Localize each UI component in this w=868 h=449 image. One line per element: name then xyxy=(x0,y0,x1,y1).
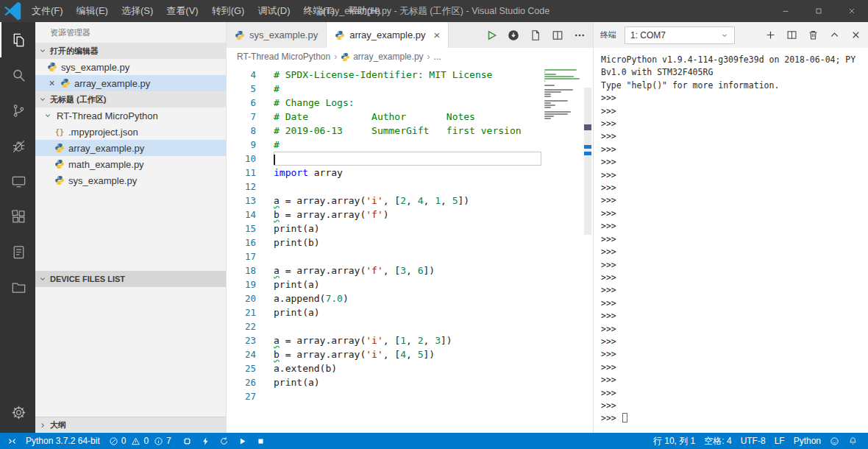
close-icon[interactable]: × xyxy=(47,78,57,88)
tree-folder[interactable]: RT-Thread MicroPython xyxy=(35,107,226,124)
activity-projects-button[interactable] xyxy=(0,269,35,305)
code-line[interactable]: 4# SPDX-License-Identifier: MIT License xyxy=(227,68,541,82)
breadcrumb-item[interactable]: ... xyxy=(434,52,441,62)
tree-item[interactable]: sys_example.py xyxy=(35,172,226,188)
close-panel-button[interactable] xyxy=(850,29,861,41)
remote-indicator[interactable] xyxy=(3,433,21,449)
activity-source-control-button[interactable] xyxy=(0,93,35,128)
line-number[interactable]: 25 xyxy=(227,361,256,375)
menu-item[interactable]: 转到(G) xyxy=(205,0,252,22)
language-mode[interactable]: Python xyxy=(789,433,825,449)
outline-section-header[interactable]: 大纲 xyxy=(35,417,226,433)
device-files-section-header[interactable]: DEVICE FILES LIST xyxy=(35,271,226,287)
code-line[interactable]: 8# 2019-06-13 SummerGift first version xyxy=(227,124,541,138)
code-line[interactable]: 23a = array.array('i', [1, 2, 3]) xyxy=(227,333,541,347)
line-number[interactable]: 5 xyxy=(227,82,256,96)
code-line[interactable]: 9# xyxy=(227,138,541,152)
open-editor-item[interactable]: ×array_example.py xyxy=(35,75,226,91)
close-icon[interactable]: × xyxy=(434,29,441,40)
terminal-output[interactable]: MicroPython v1.9.4-114-g309fe39d on 2018… xyxy=(594,48,868,433)
code-line[interactable]: 27 xyxy=(227,389,541,403)
split-terminal-button[interactable] xyxy=(786,29,797,41)
line-number[interactable]: 9 xyxy=(227,138,256,152)
run-button[interactable] xyxy=(233,433,252,449)
activity-notes-button[interactable] xyxy=(0,234,35,269)
activity-search-button[interactable] xyxy=(0,57,35,93)
line-number[interactable]: 16 xyxy=(227,236,256,250)
close-window-button[interactable] xyxy=(835,0,868,22)
terminal-input-line[interactable]: >>> xyxy=(601,412,861,425)
minimize-button[interactable] xyxy=(769,0,802,22)
python-interpreter[interactable]: Python 3.7.2 64-bit xyxy=(21,433,104,449)
code-line[interactable]: 15print(a) xyxy=(227,222,541,236)
line-number[interactable]: 22 xyxy=(227,319,256,333)
eol[interactable]: LF xyxy=(770,433,789,449)
sync-button[interactable] xyxy=(215,433,233,449)
line-number[interactable]: 27 xyxy=(227,389,256,403)
more-actions-button[interactable] xyxy=(573,29,586,41)
feedback-smiley[interactable] xyxy=(825,433,844,449)
line-number[interactable]: 23 xyxy=(227,333,256,347)
cursor-position[interactable]: 行 10, 列 1 xyxy=(649,433,700,449)
run-python-file-button[interactable] xyxy=(485,29,497,41)
line-number[interactable]: 4 xyxy=(227,68,256,82)
code-line[interactable]: 14b = array.array('f') xyxy=(227,208,541,222)
scrollbar-thumb[interactable] xyxy=(584,88,591,235)
activity-explorer-button[interactable] xyxy=(0,22,35,57)
code-line[interactable]: 22 xyxy=(227,319,541,333)
editor-scrollbar[interactable] xyxy=(583,66,593,433)
terminal-select[interactable]: 1: COM7 xyxy=(625,26,735,44)
kill-terminal-button[interactable] xyxy=(807,29,819,41)
download-to-device-button[interactable] xyxy=(507,29,519,41)
code-line[interactable]: 25a.extend(b) xyxy=(227,361,541,375)
activity-settings-gear-button[interactable] xyxy=(0,395,35,430)
notifications-bell[interactable] xyxy=(844,433,862,449)
code-line[interactable]: 17 xyxy=(227,250,541,264)
menu-item[interactable]: 文件(F) xyxy=(25,0,70,22)
menu-item[interactable]: 调试(D) xyxy=(251,0,296,22)
line-number[interactable]: 18 xyxy=(227,264,256,277)
minimap[interactable] xyxy=(541,69,583,122)
line-number[interactable]: 6 xyxy=(227,96,256,110)
menu-item[interactable]: 编辑(E) xyxy=(70,0,115,22)
terminal-panel-title[interactable]: 终端 xyxy=(600,29,616,40)
code-line[interactable]: 26print(a) xyxy=(227,375,541,389)
line-number[interactable]: 8 xyxy=(227,124,256,138)
new-terminal-button[interactable] xyxy=(764,29,776,41)
line-number[interactable]: 20 xyxy=(227,291,256,305)
breadcrumb-item[interactable]: array_example.py xyxy=(341,52,423,62)
code-line[interactable]: 11import array xyxy=(227,166,541,180)
code-line[interactable]: 19print(a) xyxy=(227,277,541,291)
line-number[interactable]: 7 xyxy=(227,110,256,124)
code-line[interactable]: 12 xyxy=(227,180,541,194)
indentation[interactable]: 空格: 4 xyxy=(700,433,736,449)
line-number[interactable]: 17 xyxy=(227,250,256,264)
code-line[interactable]: 5# xyxy=(227,82,541,96)
problems-indicator[interactable]: 007 xyxy=(104,433,178,449)
maximize-button[interactable] xyxy=(802,0,835,22)
line-number[interactable]: 13 xyxy=(227,194,256,208)
code-line[interactable]: 13a = array.array('i', [2, 4, 1, 5]) xyxy=(227,194,541,208)
line-number[interactable]: 24 xyxy=(227,347,256,361)
menu-item[interactable]: 选择(S) xyxy=(115,0,160,22)
open-editor-item[interactable]: sys_example.py xyxy=(35,59,226,75)
workspace-section-header[interactable]: 无标题 (工作区) xyxy=(35,91,226,107)
tree-item[interactable]: {}.mpyproject.json xyxy=(35,124,226,140)
tree-item[interactable]: array_example.py xyxy=(35,140,226,156)
code-line[interactable]: 7# Date Author Notes xyxy=(227,110,541,124)
line-number[interactable]: 10 xyxy=(227,152,256,166)
split-editor-button[interactable] xyxy=(551,29,563,41)
line-number[interactable]: 12 xyxy=(227,180,256,194)
line-number[interactable]: 14 xyxy=(227,208,256,222)
activity-extensions-button[interactable] xyxy=(0,199,35,234)
code-line[interactable]: 24b = array.array('i', [4, 5]) xyxy=(227,347,541,361)
stop-button[interactable] xyxy=(252,433,270,449)
tab[interactable]: sys_example.py xyxy=(227,22,327,48)
open-editors-section-header[interactable]: 打开的编辑器 xyxy=(35,43,226,59)
open-preview-button[interactable] xyxy=(529,29,541,41)
activity-device-button[interactable] xyxy=(0,163,35,199)
code-editor[interactable]: 4# SPDX-License-Identifier: MIT License5… xyxy=(227,66,593,433)
device-board-button[interactable] xyxy=(178,433,196,449)
code-line[interactable]: 20a.append(7.0) xyxy=(227,291,541,305)
line-number[interactable]: 21 xyxy=(227,305,256,319)
